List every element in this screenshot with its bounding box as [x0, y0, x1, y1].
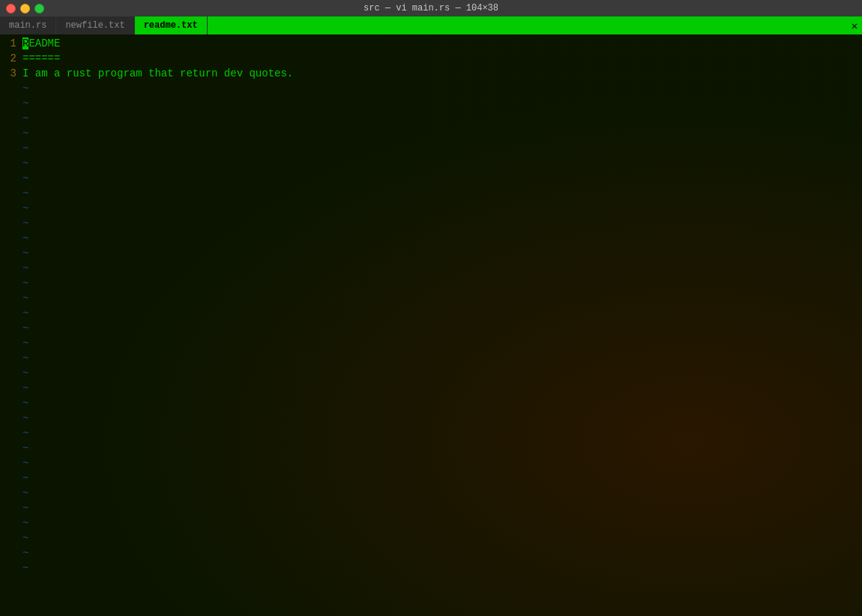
tilde-char: ~: [22, 516, 28, 531]
line-1-content: README: [22, 36, 60, 51]
tilde-char: ~: [22, 276, 28, 291]
tilde-char: ~: [22, 396, 28, 411]
tilde-char: ~: [22, 246, 28, 261]
tilde-char: ~: [22, 321, 28, 336]
tilde-char: ~: [22, 216, 28, 231]
tilde-char: ~: [22, 381, 28, 396]
tilde-char: ~: [22, 201, 28, 216]
tilde-line: ~: [0, 141, 862, 156]
title-bar: src — vi main.rs — 104×38: [0, 0, 862, 16]
tilde-line: ~: [0, 276, 862, 291]
line-3-content: I am a rust program that return dev quot…: [22, 66, 293, 81]
tilde-char: ~: [22, 426, 28, 441]
line-3: 3 I am a rust program that return dev qu…: [0, 66, 862, 81]
close-button[interactable]: [6, 4, 16, 13]
tilde-char: ~: [22, 141, 28, 156]
tilde-line: ~: [0, 441, 862, 456]
tilde-line: ~: [0, 321, 862, 336]
tilde-char: ~: [22, 486, 28, 501]
tilde-char: ~: [22, 501, 28, 516]
editor-content: 1 README 2 ====== 3 I am a rust program …: [0, 34, 862, 577]
line-2: 2 ======: [0, 51, 862, 66]
tab-readme-txt[interactable]: readme.txt: [135, 16, 208, 34]
tab-main-rs[interactable]: main.rs: [0, 16, 56, 34]
tilde-line: ~: [0, 216, 862, 231]
tilde-line: ~: [0, 531, 862, 546]
tilde-line: ~: [0, 486, 862, 501]
maximize-button[interactable]: [34, 4, 44, 13]
line-number-2: 2: [0, 51, 22, 66]
tilde-char: ~: [22, 531, 28, 546]
tilde-line: ~: [0, 171, 862, 186]
tilde-line: ~: [0, 396, 862, 411]
tilde-char: ~: [22, 261, 28, 276]
tilde-char: ~: [22, 366, 28, 381]
tilde-line: ~: [0, 96, 862, 111]
tab-bar: main.rs newfile.txt readme.txt ✕: [0, 16, 862, 34]
tilde-line: ~: [0, 261, 862, 276]
tilde-line: ~: [0, 366, 862, 381]
tilde-line: ~: [0, 351, 862, 366]
line-number-3: 3: [0, 66, 22, 81]
tilde-line: ~: [0, 456, 862, 471]
tilde-line: ~: [0, 546, 862, 561]
tilde-char: ~: [22, 291, 28, 306]
tilde-line: ~: [0, 411, 862, 426]
tilde-char: ~: [22, 561, 28, 576]
tilde-line: ~: [0, 126, 862, 141]
tab-newfile-txt[interactable]: newfile.txt: [56, 16, 134, 34]
tilde-char: ~: [22, 441, 28, 456]
tilde-line: ~: [0, 381, 862, 396]
tilde-line: ~: [0, 516, 862, 531]
tilde-char: ~: [22, 546, 28, 561]
minimize-button[interactable]: [20, 4, 30, 13]
tilde-line: ~: [0, 111, 862, 126]
tilde-line: ~: [0, 231, 862, 246]
tilde-line: ~: [0, 201, 862, 216]
tilde-char: ~: [22, 126, 28, 141]
tab-spacer: [208, 16, 847, 34]
line-2-content: ======: [22, 51, 60, 66]
tilde-char: ~: [22, 171, 28, 186]
tilde-line: ~: [0, 426, 862, 441]
tilde-char: ~: [22, 306, 28, 321]
tilde-line: ~: [0, 156, 862, 171]
editor-area[interactable]: 1 README 2 ====== 3 I am a rust program …: [0, 34, 862, 616]
tilde-line: ~: [0, 306, 862, 321]
tilde-char: ~: [22, 471, 28, 486]
tilde-line: ~: [0, 336, 862, 351]
tilde-char: ~: [22, 111, 28, 126]
tilde-line: ~: [0, 246, 862, 261]
tilde-char: ~: [22, 336, 28, 351]
tilde-char: ~: [22, 411, 28, 426]
tilde-line: ~: [0, 81, 862, 96]
line-number-1: 1: [0, 36, 22, 51]
tilde-char: ~: [22, 351, 28, 366]
tilde-char: ~: [22, 156, 28, 171]
tilde-line: ~: [0, 291, 862, 306]
window-close-icon[interactable]: ✕: [847, 16, 862, 34]
tilde-line: ~: [0, 501, 862, 516]
tilde-line: ~: [0, 186, 862, 201]
tilde-char: ~: [22, 456, 28, 471]
traffic-lights: [0, 4, 44, 13]
window-title: src — vi main.rs — 104×38: [364, 3, 498, 13]
tilde-char: ~: [22, 96, 28, 111]
tilde-char: ~: [22, 231, 28, 246]
tilde-line: ~: [0, 471, 862, 486]
tilde-lines: ~~~~~~~~~~~~~~~~~~~~~~~~~~~~~~~~~: [0, 81, 862, 576]
line-1: 1 README: [0, 36, 862, 51]
tilde-char: ~: [22, 81, 28, 96]
tilde-char: ~: [22, 186, 28, 201]
tilde-line: ~: [0, 561, 862, 576]
